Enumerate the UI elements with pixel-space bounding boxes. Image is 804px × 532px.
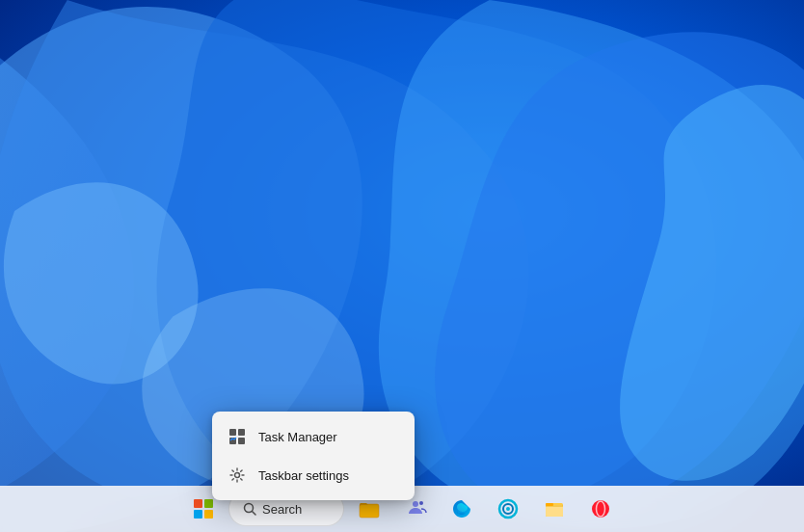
taskbar-settings-menu-item[interactable]: Taskbar settings [212,456,415,494]
svg-rect-2 [238,429,245,436]
svg-point-10 [413,501,418,507]
svg-rect-1 [229,429,236,436]
opera-icon [589,497,612,520]
edge-icon [450,497,473,520]
task-manager-icon [228,427,247,446]
settings-icon [228,466,247,485]
opera-button[interactable] [579,488,622,530]
svg-rect-8 [360,504,379,518]
teams-icon [404,497,427,520]
circle-app-button[interactable] [487,488,529,530]
context-menu: Task Manager Taskbar settings [212,412,415,500]
folder-icon [358,497,381,520]
svg-point-14 [506,507,510,511]
svg-point-18 [592,500,609,518]
svg-rect-4 [238,438,245,444]
circle-icon [496,497,520,520]
svg-point-11 [419,501,423,505]
svg-line-7 [253,512,256,516]
search-label: Search [262,502,302,517]
files-icon [543,497,566,520]
edge-button[interactable] [441,488,483,530]
windows-logo-icon [194,499,213,519]
search-icon [243,502,256,516]
svg-rect-16 [546,505,563,517]
files-button[interactable] [533,488,576,530]
task-manager-menu-item[interactable]: Task Manager [212,417,415,456]
taskbar-settings-label: Taskbar settings [258,468,349,483]
svg-point-5 [235,473,240,478]
task-manager-label: Task Manager [258,430,337,444]
desktop: Task Manager Taskbar settings [0,0,804,532]
svg-rect-17 [546,503,553,506]
